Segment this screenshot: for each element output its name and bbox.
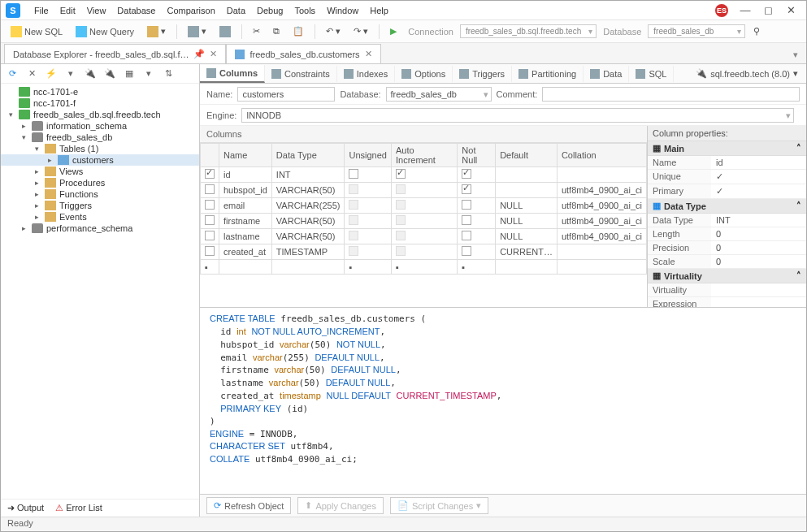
name-input[interactable] <box>237 87 335 102</box>
plug-icon[interactable]: 🔌 <box>82 67 98 81</box>
menu-comparison[interactable]: Comparison <box>161 3 220 18</box>
subtab-partitioning[interactable]: Partitioning <box>512 66 584 82</box>
expand-icon[interactable]: ▸ <box>32 167 41 175</box>
tree-node[interactable]: ▸performance_schema <box>1 223 199 234</box>
tree-node[interactable]: ▾freedb_sales_db <box>1 132 199 143</box>
expand-icon[interactable]: ▸ <box>32 201 41 210</box>
filter-icon[interactable]: ▾ <box>141 67 157 81</box>
tree-node[interactable]: ncc-1701-e <box>1 86 199 97</box>
menu-edit[interactable]: Edit <box>54 3 81 18</box>
tree-node[interactable]: ▾Tables (1) <box>1 143 199 154</box>
col-header[interactable]: Not Null <box>458 144 496 167</box>
delete-icon[interactable]: ✕ <box>24 67 40 81</box>
col-header[interactable]: Name <box>219 144 272 167</box>
expand-icon[interactable]: ▾ <box>32 145 41 153</box>
column-row[interactable]: emailVARCHAR(255)NULLutf8mb4_0900_ai_ci <box>201 198 647 214</box>
error-list-tab[interactable]: ⚠ Error List <box>55 503 102 513</box>
property-row[interactable]: Virtuality <box>648 283 806 297</box>
subtab-data[interactable]: Data <box>584 66 629 82</box>
tab-explorer[interactable]: Database Explorer - freedb_sales_db.sql.… <box>4 44 226 63</box>
engine-select[interactable]: INNODB <box>241 108 794 123</box>
menu-file[interactable]: File <box>28 3 54 18</box>
redo-button[interactable]: ↷ ▾ <box>349 24 373 39</box>
save-button[interactable]: ▾ <box>183 24 211 40</box>
subtab-sql[interactable]: SQL <box>629 66 674 82</box>
tree-node[interactable]: ▾freedb_sales_db.sql.freedb.tech <box>1 109 199 120</box>
expand-icon[interactable]: ▾ <box>19 133 28 141</box>
output-tab[interactable]: ➜ Output <box>7 503 44 513</box>
refresh-icon[interactable]: ⟳ <box>4 67 20 81</box>
refresh-object-button[interactable]: ⟳Refresh Object <box>206 497 291 514</box>
subtab-constraints[interactable]: Constraints <box>265 66 337 82</box>
col-header[interactable]: Default <box>496 144 558 167</box>
expand-icon[interactable]: ▸ <box>32 190 41 198</box>
tree-node[interactable]: ncc-1701-f <box>1 97 199 109</box>
menu-window[interactable]: Window <box>321 3 364 18</box>
tree-node[interactable]: ▸Functions <box>1 188 199 200</box>
col-header[interactable]: Auto Increment <box>391 144 457 167</box>
group-main[interactable]: ▦Main˄ <box>648 141 806 156</box>
tree-node[interactable]: ▸Views <box>1 166 199 177</box>
close-icon[interactable]: ✕ <box>365 49 372 59</box>
undo-button[interactable]: ↶ ▾ <box>321 24 345 39</box>
group-virtuality[interactable]: ▦Virtuality˄ <box>648 269 806 283</box>
new-query-button[interactable]: New Query <box>71 24 139 40</box>
close-icon[interactable]: ✕ <box>210 49 217 59</box>
column-row[interactable]: idINT <box>201 167 647 183</box>
menu-help[interactable]: Help <box>364 3 394 18</box>
new-sql-button[interactable]: New SQL <box>6 24 67 40</box>
expand-icon[interactable]: ▸ <box>19 122 28 130</box>
property-row[interactable]: Data TypeINT <box>648 214 806 227</box>
menu-database[interactable]: Database <box>111 3 161 18</box>
show-objects-icon[interactable]: ▦ <box>121 67 137 81</box>
subtab-columns[interactable]: Columns <box>200 65 265 83</box>
column-row-new[interactable]: ▪▪▪▪ <box>201 260 647 275</box>
new-folder-icon[interactable]: ▾ <box>63 67 79 81</box>
minimize-button[interactable]: — <box>735 4 756 16</box>
expand-icon[interactable]: ▸ <box>19 224 28 232</box>
col-header[interactable]: Data Type <box>271 144 345 167</box>
column-row[interactable]: hubspot_idVARCHAR(50)utf8mb4_0900_ai_ci <box>201 183 647 198</box>
col-header[interactable]: Collation <box>557 144 646 167</box>
column-row[interactable]: created_atTIMESTAMPCURRENT… <box>201 244 647 260</box>
paste-icon[interactable]: 📋 <box>288 24 309 39</box>
execute-button[interactable]: ▶ <box>385 24 401 39</box>
save-all-button[interactable] <box>215 24 236 40</box>
expand-icon[interactable]: ▾ <box>6 110 15 119</box>
menu-tools[interactable]: Tools <box>289 3 321 18</box>
subtab-triggers[interactable]: Triggers <box>453 66 512 82</box>
property-row[interactable]: Precision0 <box>648 241 806 255</box>
subtab-options[interactable]: Options <box>395 66 453 82</box>
database-combo[interactable]: freedb_sales_db <box>648 24 745 38</box>
database-select[interactable]: freedb_sales_db <box>386 87 492 102</box>
user-avatar[interactable]: ES <box>715 4 728 17</box>
column-row[interactable]: firstnameVARCHAR(50)NULLutf8mb4_0900_ai_… <box>201 214 647 229</box>
copy-icon[interactable]: ⧉ <box>268 24 284 39</box>
subtab-indexes[interactable]: Indexes <box>337 66 396 82</box>
property-row[interactable]: Length0 <box>648 227 806 241</box>
tab-list-dropdown[interactable]: ▾ <box>790 46 801 63</box>
connection-tree[interactable]: ncc-1701-encc-1701-f▾freedb_sales_db.sql… <box>1 84 199 499</box>
script-changes-button[interactable]: 📄Script Changes ▾ <box>390 497 488 514</box>
connection-combo[interactable]: freedb_sales_db.sql.freedb.tech <box>460 24 597 38</box>
apply-changes-button[interactable]: ⬆Apply Changes <box>297 497 384 514</box>
col-header[interactable] <box>201 144 219 167</box>
sort-icon[interactable]: ⇅ <box>160 67 176 81</box>
tree-node[interactable]: ▸customers <box>1 154 199 166</box>
tree-node[interactable]: ▸information_schema <box>1 120 199 132</box>
plug2-icon[interactable]: 🔌 <box>102 67 118 81</box>
open-dropdown[interactable]: ▾ <box>142 24 171 40</box>
property-row[interactable]: Primary✓ <box>648 184 806 199</box>
property-row[interactable]: Unique✓ <box>648 170 806 184</box>
maximize-button[interactable]: ◻ <box>757 4 779 16</box>
comment-input[interactable] <box>542 87 800 102</box>
new-conn-icon[interactable]: ⚡ <box>43 67 59 81</box>
menu-view[interactable]: View <box>81 3 112 18</box>
group-datatype[interactable]: ▦Data Type˄ <box>648 199 806 214</box>
find-icon[interactable]: ⚲ <box>748 24 765 39</box>
close-button[interactable]: ✕ <box>780 4 801 16</box>
menu-data[interactable]: Data <box>221 3 251 18</box>
property-row[interactable]: Nameid <box>648 156 806 170</box>
tree-node[interactable]: ▸Events <box>1 211 199 223</box>
column-row[interactable]: lastnameVARCHAR(50)NULLutf8mb4_0900_ai_c… <box>201 229 647 244</box>
